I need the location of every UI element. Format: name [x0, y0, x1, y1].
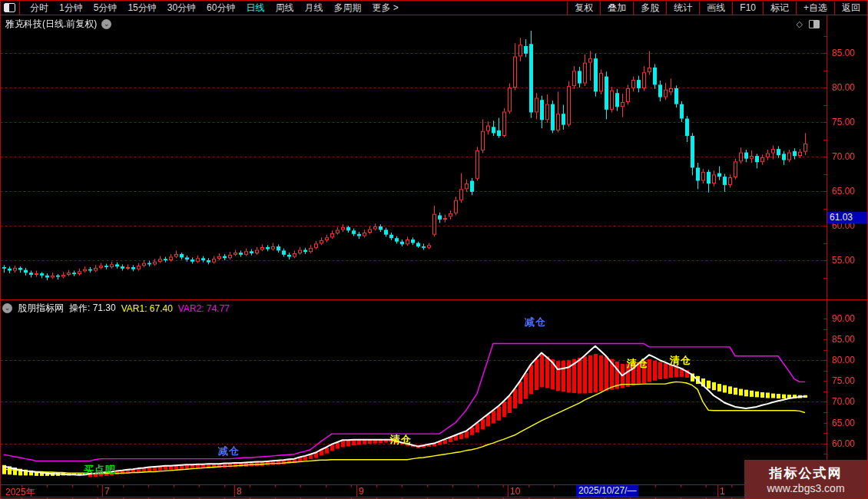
watermark-url: www.zbgs3.com: [767, 482, 844, 494]
button-fuquan[interactable]: 复权: [567, 2, 600, 15]
toolbar-divider: [19, 2, 20, 15]
tab-multi-period[interactable]: 多周期: [333, 2, 361, 15]
button-biaoji[interactable]: 标记: [763, 2, 796, 15]
button-tongji[interactable]: 统计: [666, 2, 699, 15]
signal-label: 减仓: [525, 316, 546, 329]
sub-price-label: 70.00: [832, 396, 855, 407]
sub-price-label: 75.00: [832, 375, 855, 386]
sub-price-label: 60.00: [832, 438, 855, 449]
signal-label: 买点吧: [84, 463, 116, 477]
tab-daily[interactable]: 日线: [246, 2, 264, 15]
tab-monthly[interactable]: 月线: [304, 2, 323, 15]
tab-1min[interactable]: 1分钟: [59, 2, 83, 15]
chevron-down-icon[interactable]: ⌄: [101, 19, 111, 29]
button-diejia[interactable]: 叠加: [600, 2, 633, 15]
tab-15min[interactable]: 15分钟: [128, 2, 156, 15]
period-tabs: 分时1分钟5分钟15分钟30分钟60分钟日线周线月线多周期更多 >: [25, 2, 404, 15]
chart-title-bar: 雅克科技(日线.前复权) ⌄: [5, 18, 111, 31]
tab-more[interactable]: 更多 >: [372, 2, 398, 15]
indicator-name: 股朋指标网: [18, 302, 64, 315]
action-buttons: 复权叠加多股统计画线F10标记+自选返回: [567, 1, 867, 15]
tab-5min[interactable]: 5分钟: [94, 2, 118, 15]
signal-label: 清仓: [627, 357, 648, 371]
window-icons: ◇: [797, 19, 820, 29]
indicator-header: ⌄ 股朋指标网 操作: 71.30 VAR1: 67.40 VAR2: 74.7…: [2, 302, 230, 315]
main-price-label: 80.00: [832, 82, 855, 93]
button-duogu[interactable]: 多股: [633, 2, 666, 15]
signal-label: 减仓: [218, 444, 240, 458]
month-label-9: 9: [359, 486, 364, 497]
indicator-var1-value: VAR1: 67.40: [121, 303, 173, 314]
indicator-op-value: 操作: 71.30: [69, 302, 116, 315]
button-f10[interactable]: F10: [732, 2, 763, 15]
sub-price-label: 90.00: [832, 313, 855, 324]
tab-weekly[interactable]: 周线: [275, 2, 293, 15]
diamond-icon[interactable]: ◇: [797, 19, 803, 29]
cursor-date-badge: 2025/10/27/—: [576, 485, 638, 497]
tab-fenshi[interactable]: 分时: [30, 2, 48, 15]
sub-price-label: 80.00: [832, 355, 855, 365]
watermark-site-name: 指标公式网: [770, 464, 843, 482]
main-price-label: 65.00: [832, 186, 855, 197]
button-huaxian[interactable]: 画线: [699, 2, 732, 15]
sub-price-label: 65.00: [832, 418, 855, 428]
split-view-icon[interactable]: [4, 3, 15, 12]
chevron-down-icon[interactable]: ⌄: [2, 303, 12, 313]
tab-30min[interactable]: 30分钟: [167, 2, 196, 15]
stock-app-window: 分时1分钟5分钟15分钟30分钟60分钟日线周线月线多周期更多 > 复权叠加多股…: [0, 0, 868, 499]
month-label-1: 1: [720, 486, 725, 497]
button-fanhui[interactable]: 返回: [834, 2, 867, 15]
sub-price-label: 85.00: [832, 334, 855, 345]
split-pane-icon[interactable]: [809, 20, 820, 28]
last-price-badge: 61.03: [827, 212, 868, 223]
tab-60min[interactable]: 60分钟: [207, 2, 235, 15]
signal-label: 清仓: [390, 433, 412, 447]
top-toolbar: 分时1分钟5分钟15分钟30分钟60分钟日线周线月线多周期更多 > 复权叠加多股…: [1, 1, 867, 15]
chart-canvas[interactable]: [1, 1, 868, 499]
page-title: 雅克科技(日线.前复权): [5, 18, 97, 31]
button-zixuan[interactable]: +自选: [796, 2, 834, 15]
main-price-label: 55.00: [832, 255, 855, 266]
indicator-var2-value: VAR2: 74.77: [178, 303, 230, 314]
main-price-label: 70.00: [832, 151, 855, 162]
month-label-8: 8: [237, 486, 242, 497]
month-label-10: 10: [510, 486, 520, 497]
year-label: 2025年: [5, 486, 35, 499]
month-label-7: 7: [104, 486, 110, 497]
main-price-label: 85.00: [832, 48, 855, 58]
watermark: 指标公式网 www.zbgs3.com: [744, 460, 867, 498]
signal-label: 清仓: [670, 354, 691, 368]
main-price-label: 75.00: [832, 117, 855, 127]
